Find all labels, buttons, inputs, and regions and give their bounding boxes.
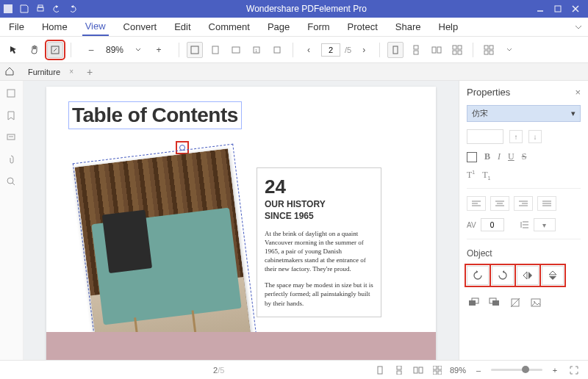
menu-view[interactable]: View: [82, 18, 109, 36]
menu-convert[interactable]: Convert: [121, 18, 160, 35]
increase-size-icon[interactable]: ↑: [509, 130, 523, 143]
fullscreen-icon[interactable]: [567, 364, 581, 377]
menu-protect[interactable]: Protect: [345, 18, 381, 35]
alignment-controls: [467, 196, 581, 211]
search-panel-icon[interactable]: [6, 176, 18, 188]
font-size-select[interactable]: [467, 129, 503, 144]
actual-size-icon[interactable]: 1: [248, 42, 265, 58]
svg-rect-17: [453, 46, 456, 49]
tab-close-icon[interactable]: ×: [69, 68, 74, 76]
redo-icon[interactable]: [68, 4, 78, 14]
text-block[interactable]: 24 OUR HISTORY SINCE 1965 At the brink o…: [257, 167, 381, 317]
status-zoom-out-icon[interactable]: –: [472, 364, 485, 377]
status-continuous-icon[interactable]: [392, 364, 406, 377]
print-icon[interactable]: [35, 4, 46, 14]
menu-home[interactable]: Home: [39, 18, 71, 35]
separator: [179, 43, 179, 57]
collapse-ribbon-icon[interactable]: [575, 24, 582, 31]
thumbnail-dropdown-icon[interactable]: [501, 42, 517, 58]
properties-title: Properties: [467, 87, 510, 98]
text-color-icon[interactable]: [467, 152, 477, 162]
hand-tool-icon[interactable]: [26, 42, 43, 58]
home-tab-icon[interactable]: [4, 66, 16, 78]
menu-form[interactable]: Form: [304, 18, 332, 35]
send-back-icon[interactable]: [487, 297, 502, 308]
minimize-icon[interactable]: [535, 4, 545, 14]
bold-icon[interactable]: B: [484, 151, 490, 162]
maximize-icon[interactable]: [553, 4, 563, 14]
italic-icon[interactable]: I: [498, 151, 501, 162]
svg-rect-2: [38, 5, 43, 7]
zoom-out-icon[interactable]: –: [83, 42, 99, 58]
align-center-icon[interactable]: [490, 196, 509, 211]
strikethrough-icon[interactable]: S: [522, 151, 527, 162]
flip-horizontal-icon[interactable]: [517, 266, 539, 285]
edit-object-tool-icon[interactable]: [47, 42, 63, 58]
status-two-page-icon[interactable]: [412, 364, 425, 377]
align-left-icon[interactable]: [467, 196, 486, 211]
crop-icon[interactable]: [508, 297, 523, 308]
zoom-in-icon[interactable]: +: [151, 42, 167, 58]
page-number-input[interactable]: [321, 43, 340, 57]
fit-page-icon[interactable]: [187, 42, 203, 58]
document-tab[interactable]: Furniture ×: [21, 65, 78, 79]
svg-rect-20: [458, 51, 462, 54]
underline-icon[interactable]: U: [508, 151, 514, 162]
rotate-right-icon[interactable]: [492, 266, 514, 285]
menu-edit[interactable]: Edit: [171, 18, 193, 35]
svg-rect-56: [414, 367, 417, 373]
menu-page[interactable]: Page: [265, 18, 293, 35]
next-page-icon[interactable]: ›: [356, 42, 372, 58]
replace-image-icon[interactable]: [528, 297, 543, 308]
rotate-left-icon[interactable]: [467, 266, 489, 285]
fit-visible-icon[interactable]: [269, 42, 285, 58]
comments-panel-icon[interactable]: [6, 132, 18, 144]
fit-width-icon[interactable]: [207, 42, 223, 58]
char-spacing-input[interactable]: [481, 218, 504, 231]
font-family-select[interactable]: 仿宋 ▾: [467, 105, 581, 122]
status-zoom-in-icon[interactable]: +: [548, 364, 562, 377]
thumbnail-view-icon[interactable]: [481, 42, 497, 58]
two-page-icon[interactable]: [429, 42, 445, 58]
status-zoom-value[interactable]: 89%: [450, 366, 466, 375]
svg-rect-18: [458, 46, 462, 49]
zoom-slider[interactable]: [491, 369, 542, 371]
fit-height-icon[interactable]: [228, 42, 244, 58]
panel-close-icon[interactable]: ×: [575, 87, 581, 98]
new-tab-icon[interactable]: +: [82, 66, 97, 78]
menu-file[interactable]: File: [6, 18, 27, 35]
page-title[interactable]: Table of Contents: [68, 101, 242, 129]
bookmarks-panel-icon[interactable]: [6, 110, 18, 122]
menu-share[interactable]: Share: [392, 18, 424, 35]
select-tool-icon[interactable]: [6, 42, 22, 58]
save-icon[interactable]: [19, 4, 29, 14]
char-spacing-label: AV: [467, 221, 476, 229]
decrease-size-icon[interactable]: ↓: [528, 130, 542, 143]
block-paragraph-2: The space may be modest in size but it i…: [265, 281, 373, 307]
align-right-icon[interactable]: [514, 196, 533, 211]
subscript-icon[interactable]: T1: [482, 170, 490, 181]
menu-comment[interactable]: Comment: [206, 18, 253, 35]
two-page-continuous-icon[interactable]: [449, 42, 465, 58]
close-icon[interactable]: [570, 4, 581, 14]
flip-vertical-icon[interactable]: [542, 266, 564, 285]
status-single-page-icon[interactable]: [373, 364, 387, 377]
superscript-icon[interactable]: T1: [467, 170, 475, 181]
document-canvas[interactable]: Table of Contents 24 OUR HISTORY SINCE 1…: [24, 81, 459, 360]
thumbnails-panel-icon[interactable]: [6, 88, 18, 100]
selected-image[interactable]: [75, 148, 252, 360]
bring-front-icon[interactable]: [467, 297, 481, 308]
undo-icon[interactable]: [51, 4, 62, 14]
attachments-panel-icon[interactable]: [6, 154, 18, 166]
status-grid-icon[interactable]: [431, 364, 444, 377]
line-spacing-icon[interactable]: [520, 220, 529, 229]
menu-help[interactable]: Help: [436, 18, 462, 35]
zoom-dropdown-icon[interactable]: [130, 42, 146, 58]
align-justify-icon[interactable]: [537, 196, 556, 211]
prev-page-icon[interactable]: ‹: [301, 42, 317, 58]
svg-rect-25: [7, 90, 15, 97]
single-page-icon[interactable]: [387, 42, 404, 58]
line-spacing-select[interactable]: ▾: [534, 218, 556, 231]
zoom-value[interactable]: 89%: [104, 45, 126, 55]
continuous-page-icon[interactable]: [408, 42, 424, 58]
